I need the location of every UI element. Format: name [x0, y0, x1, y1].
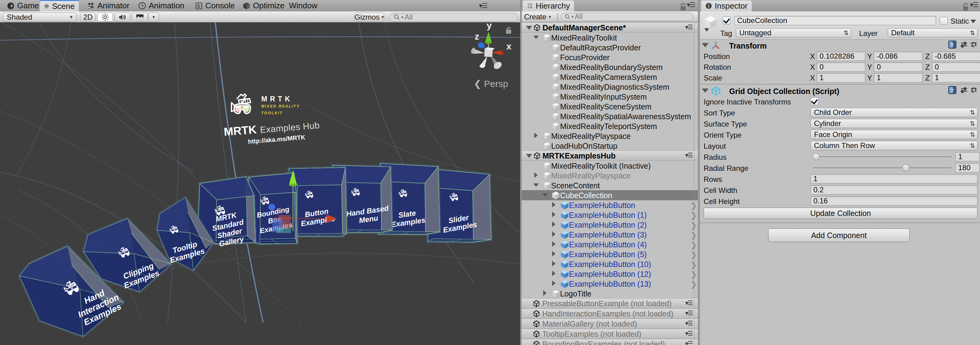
- svg-text:MIXED REALITY: MIXED REALITY: [261, 104, 300, 108]
- svg-text:TOOLKIT: TOOLKIT: [261, 111, 283, 115]
- svg-text:z: z: [475, 31, 479, 41]
- svg-text:?: ?: [951, 88, 954, 94]
- svg-text:y: y: [487, 22, 492, 30]
- svg-text:x: x: [506, 41, 512, 51]
- svg-text:?: ?: [951, 42, 954, 48]
- svg-text:MRTK: MRTK: [223, 123, 257, 138]
- svg-text:❮ Persp: ❮ Persp: [474, 79, 508, 89]
- svg-text:MRTK: MRTK: [261, 95, 293, 103]
